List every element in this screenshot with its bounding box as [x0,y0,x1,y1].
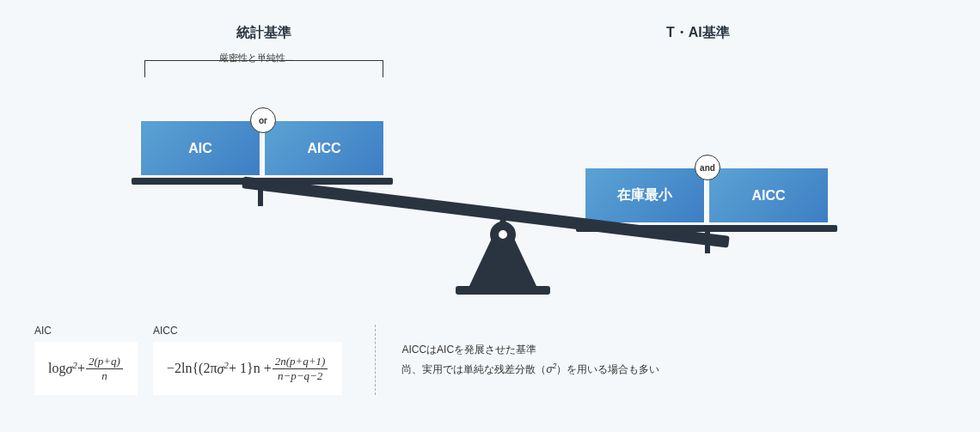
note-line1: AICCはAICを発展させた基準 [401,340,659,360]
left-box-aicc: AICC [264,120,384,176]
or-badge: or [250,107,276,133]
right-box-aicc: AICC [708,167,829,223]
footnote: AICCはAICを発展させた基準 尚、実用では単純な残差分散（σ2）を用いる場合… [375,325,659,395]
title-left: 統計基準 [236,24,291,42]
and-badge: and [695,155,720,180]
aicc-label: AICC [153,325,342,337]
aicc-formula-group: AICC −2ln{(2πσ2 + 1}n + 2n(p+q+1)n−p−q−2 [153,325,342,395]
formula-row: AIC logσ2 + 2(p+q)n AICC −2ln{(2πσ2 + 1}… [34,325,946,395]
balance-scale-diagram: 厳密性と単純性... or AIC AICC and 在庫最小 AICC [0,47,980,322]
aic-formula: logσ2 + 2(p+q)n [34,342,138,395]
note-line2: 尚、実用では単純な残差分散（σ2）を用いる場合も多い [401,360,659,380]
aicc-formula: −2ln{(2πσ2 + 1}n + 2n(p+q+1)n−p−q−2 [153,342,342,395]
pivot-circle [490,222,516,247]
left-pan: or AIC AICC [140,120,393,185]
left-subtitle: 厳密性と単純性... [219,52,293,64]
right-box-inventory: 在庫最小 [585,167,705,223]
aic-label: AIC [34,325,138,337]
fulcrum-base [456,286,550,295]
left-box-aic: AIC [140,120,260,176]
aic-formula-group: AIC logσ2 + 2(p+q)n [34,325,138,395]
title-right: T・AI基準 [666,24,730,42]
and-badge-text: and [700,163,715,173]
or-badge-text: or [259,116,267,125]
